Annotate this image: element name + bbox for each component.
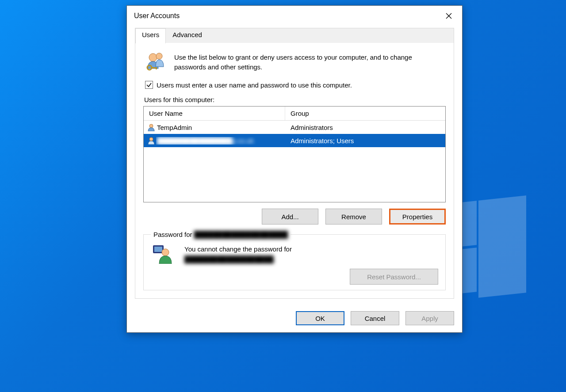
intro-row: Use the list below to grant or deny user… xyxy=(143,50,446,77)
cell-group: Administrators xyxy=(285,124,445,131)
titlebar[interactable]: User Accounts xyxy=(127,6,462,26)
svg-point-11 xyxy=(162,249,169,256)
ok-button[interactable]: OK xyxy=(296,311,344,325)
apply-button: Apply xyxy=(405,311,454,325)
reset-password-button: Reset Password... xyxy=(350,269,438,285)
window-title: User Accounts xyxy=(134,12,180,20)
dialog-button-row: OK Cancel Apply xyxy=(127,305,462,332)
tab-advanced[interactable]: Advanced xyxy=(166,28,209,43)
button-label: OK xyxy=(315,315,325,322)
users-list-caption: Users for this computer: xyxy=(144,96,446,103)
password-group: Password for ████████████████████ You ca… xyxy=(143,231,446,290)
svg-rect-6 xyxy=(156,67,157,69)
intro-text: Use the list below to grant or deny user… xyxy=(174,53,444,72)
add-button[interactable]: Add... xyxy=(262,209,318,225)
require-password-checkbox-row[interactable]: Users must enter a user name and passwor… xyxy=(145,81,446,89)
remove-button[interactable]: Remove xyxy=(325,209,382,225)
button-label: Reset Password... xyxy=(367,273,421,281)
cell-group: Administrators; Users xyxy=(285,137,445,145)
list-item[interactable]: TempAdmin Administrators xyxy=(144,121,445,134)
require-password-checkbox[interactable] xyxy=(145,81,153,89)
tabpanel-users: Use the list below to grant or deny user… xyxy=(135,43,454,299)
users-list[interactable]: User Name Group TempAdmin Administrators xyxy=(143,106,446,202)
user-icon xyxy=(144,137,156,145)
tab-label: Advanced xyxy=(172,31,202,38)
user-icon xyxy=(144,123,156,131)
tab-label: Users xyxy=(142,31,159,38)
button-label: Add... xyxy=(281,213,298,221)
button-label: Properties xyxy=(402,213,432,221)
user-with-monitor-icon xyxy=(151,244,176,264)
user-accounts-window: User Accounts Users Advanced xyxy=(126,5,463,333)
cell-user: TempAdmin xyxy=(156,124,285,131)
close-button[interactable] xyxy=(439,8,459,23)
close-icon xyxy=(446,13,452,19)
svg-point-7 xyxy=(149,124,153,128)
button-label: Cancel xyxy=(365,315,386,322)
column-header-group[interactable]: Group xyxy=(285,107,445,120)
password-group-legend: Password for ████████████████████ xyxy=(151,231,291,238)
cell-user: ████████████████p.co.uk xyxy=(156,137,285,145)
tabstrip: Users Advanced xyxy=(135,28,454,43)
svg-point-8 xyxy=(149,137,153,141)
user-accounts-icon xyxy=(145,52,166,72)
password-message: You cannot change the password for █████… xyxy=(184,244,292,264)
column-header-user[interactable]: User Name xyxy=(144,107,285,120)
button-label: Remove xyxy=(341,213,366,221)
checkmark-icon xyxy=(146,82,152,88)
tab-users[interactable]: Users xyxy=(135,28,166,43)
properties-button[interactable]: Properties xyxy=(389,209,446,225)
user-action-buttons: Add... Remove Properties xyxy=(143,202,446,231)
svg-point-3 xyxy=(156,53,162,59)
users-list-header[interactable]: User Name Group xyxy=(144,107,445,121)
svg-point-2 xyxy=(149,53,157,61)
require-password-label: Users must enter a user name and passwor… xyxy=(157,81,352,89)
list-item[interactable]: ████████████████p.co.uk Administrators; … xyxy=(144,134,445,147)
button-label: Apply xyxy=(421,315,438,322)
svg-rect-10 xyxy=(154,247,162,252)
cancel-button[interactable]: Cancel xyxy=(351,311,399,325)
